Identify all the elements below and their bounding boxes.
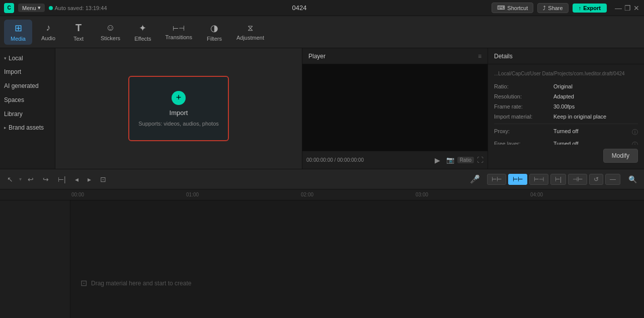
drag-hint: ⊡ Drag material here and start to create (80, 278, 191, 288)
local-group-arrow-icon: ▾ (4, 56, 7, 61)
free-layer-info-icon[interactable]: ⓘ (632, 141, 638, 145)
ratio-label: Ratio: (494, 83, 549, 89)
timeline-content: ⊡ Drag material here and start to create (0, 200, 644, 318)
drag-hint-text: Drag material here and start to create (91, 280, 191, 287)
toolbar-item-effects[interactable]: ✦ Effects (128, 20, 157, 45)
free-layer-label: Free layer: (494, 141, 549, 145)
ruler-mark-2: 02:00 (300, 192, 415, 197)
media-label: Media (11, 36, 26, 42)
timeline-ruler: 00:00 01:00 02:00 03:00 04:00 (0, 189, 644, 200)
toolbar-item-transitions[interactable]: ⊢⊣ Transitions (159, 21, 198, 43)
detail-row-free-layer: Free layer: Turned off ⓘ (494, 141, 638, 145)
timeline-tool-6[interactable]: ↺ (589, 174, 603, 185)
timeline-toolbar: ↖ ▾ ↩ ↪ ⊢| ◂ ▸ ⊡ 🎤 ⊢⊢ ⊢⊢ ⊢⊣ ⊢| ⊣⊢ ↺ — 🔍 (0, 169, 644, 189)
export-icon: ↑ (579, 5, 582, 11)
import-support-text: Supports: videos, audios, photos (138, 121, 219, 127)
player-header: Player ≡ (302, 48, 488, 64)
import-plus-icon: + (172, 91, 186, 105)
timeline-tool-5[interactable]: ⊣⊢ (568, 174, 587, 185)
shortcut-label: Shortcut (507, 5, 528, 11)
filters-icon: ◑ (210, 23, 218, 34)
toolbar-item-text[interactable]: T Text (64, 19, 93, 45)
player-timecode: 00:00:00:00 / 00:00:00:00 (306, 157, 429, 163)
adjustment-label: Adjustment (236, 35, 264, 41)
proxy-info-icon[interactable]: ⓘ (632, 128, 638, 137)
toolbar-item-filters[interactable]: ◑ Filters (200, 20, 228, 45)
effects-icon: ✦ (139, 23, 146, 34)
detail-row-import-material: Import material: Keep in original place (494, 114, 638, 120)
sidebar-local-label: Local (9, 55, 23, 62)
toolbar-item-media[interactable]: ⊞ Media (4, 20, 32, 45)
undo-button[interactable]: ↩ (25, 173, 37, 185)
minimize-button[interactable]: — (615, 5, 622, 12)
drag-hint-icon: ⊡ (80, 278, 87, 288)
play-button[interactable]: ▶ (432, 155, 443, 166)
transitions-label: Transitions (166, 34, 192, 40)
share-button[interactable]: ⤴ Share (537, 3, 568, 13)
ruler-mark-1: 01:00 (185, 192, 300, 197)
timeline-tool-4[interactable]: ⊢| (550, 174, 566, 185)
toolbar-item-audio[interactable]: ♪ Audio (34, 20, 62, 44)
sidebar-spaces-label: Spaces (4, 96, 24, 103)
next-frame-button[interactable]: ▸ (85, 173, 94, 185)
detail-divider (494, 124, 638, 124)
project-title: 0424 (111, 4, 488, 12)
proxy-value: Turned off (553, 128, 579, 134)
framerate-value: 30.00fps (553, 103, 575, 110)
sidebar-item-import[interactable]: Import (0, 65, 55, 78)
timeline-tool-1[interactable]: ⊢⊢ (487, 174, 506, 185)
main-toolbar: ⊞ Media ♪ Audio T Text ☺ Stickers ✦ Effe… (0, 16, 644, 48)
sidebar-group-brand-assets[interactable]: ▸ Brand assets (0, 122, 55, 134)
content-area: ▾ Local Import AI generated Spaces Libra… (0, 48, 644, 169)
sidebar-brand-assets-label: Brand assets (9, 124, 44, 131)
prev-frame-button[interactable]: ◂ (72, 173, 82, 185)
media-panel: + Import Supports: videos, audios, photo… (55, 48, 302, 169)
window-controls: — ❐ ✕ (615, 5, 640, 12)
project-path: ...Local/CapCut/User Data/Projects/com.l… (494, 70, 638, 77)
left-sidebar: ▾ Local Import AI generated Spaces Libra… (0, 48, 55, 169)
resolution-value: Adapted (553, 93, 574, 99)
zoom-out-button[interactable]: 🔍 (625, 173, 640, 185)
shortcut-button[interactable]: ⌨ Shortcut (492, 3, 533, 13)
player-menu-icon[interactable]: ≡ (478, 53, 481, 60)
title-right-actions: ⌨ Shortcut ⤴ Share ↑ Export (492, 3, 607, 13)
sidebar-group-local[interactable]: ▾ Local (0, 52, 55, 64)
sidebar-item-ai-generated[interactable]: AI generated (0, 79, 55, 92)
redo-button[interactable]: ↪ (40, 173, 52, 185)
fullscreen-button[interactable]: ⛶ (477, 156, 484, 164)
timeline-tracks[interactable]: ⊡ Drag material here and start to create (70, 200, 644, 318)
ruler-mark-4: 04:00 (529, 192, 644, 197)
toolbar-item-adjustment[interactable]: ⧖ Adjustment (230, 21, 270, 44)
timeline-tool-7[interactable]: — (605, 174, 620, 185)
modify-button[interactable]: Modify (603, 149, 638, 163)
split-at-start-button[interactable]: ⊢| (55, 173, 69, 185)
restore-button[interactable]: ❐ (624, 5, 631, 12)
transitions-icon: ⊢⊣ (173, 24, 185, 32)
timeline-tool-2[interactable]: ⊢⊢ (508, 174, 527, 185)
menu-button[interactable]: Menu ▾ (18, 4, 45, 12)
effects-label: Effects (134, 36, 151, 42)
player-screen (302, 64, 488, 151)
framerate-label: Frame rate: (494, 103, 549, 110)
player-panel: Player ≡ 00:00:00:00 / 00:00:00:00 ▶ 📷 R… (302, 48, 488, 169)
sidebar-item-spaces[interactable]: Spaces (0, 93, 55, 107)
detail-row-framerate: Frame rate: 30.00fps (494, 103, 638, 110)
timeline-tool-3[interactable]: ⊢⊣ (529, 174, 548, 185)
crop-button[interactable]: ⊡ (97, 173, 109, 185)
timeline-right-tools: ⊢⊢ ⊢⊢ ⊢⊣ ⊢| ⊣⊢ ↺ — (487, 174, 620, 185)
ruler-mark-3: 03:00 (415, 192, 529, 197)
detail-row-ratio: Ratio: Original (494, 83, 638, 89)
cursor-tool-button[interactable]: ↖ (4, 173, 16, 185)
filters-label: Filters (207, 36, 222, 42)
import-material-value: Keep in original place (553, 114, 606, 120)
toolbar-item-stickers[interactable]: ☺ Stickers (95, 20, 126, 44)
capcut-logo-icon: C (4, 3, 14, 13)
sidebar-item-library[interactable]: Library (0, 108, 55, 121)
microphone-button[interactable]: 🎤 (466, 172, 484, 186)
close-button[interactable]: ✕ (633, 5, 640, 12)
player-controls: 00:00:00:00 / 00:00:00:00 ▶ 📷 Ratio ⛶ (302, 151, 488, 169)
screenshot-icon[interactable]: 📷 (446, 156, 454, 164)
sidebar-import-label: Import (4, 68, 21, 75)
import-drop-zone[interactable]: + Import Supports: videos, audios, photo… (128, 76, 229, 141)
export-button[interactable]: ↑ Export (573, 4, 607, 13)
